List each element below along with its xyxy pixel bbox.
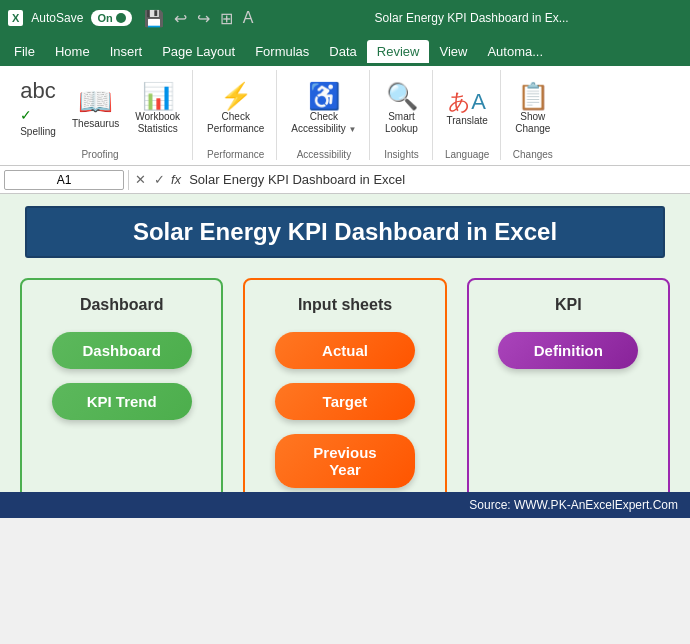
- font-color-icon[interactable]: A: [243, 9, 254, 28]
- ribbon-btn-translate[interactable]: あA Translate: [441, 87, 494, 131]
- card-dashboard-title: Dashboard: [80, 296, 164, 314]
- toggle-dot: [116, 13, 126, 23]
- spelling-icon: abc✓: [20, 80, 55, 124]
- footer-bar: Source: WWW.PK-AnExcelExpert.Com: [0, 492, 690, 518]
- save-icon[interactable]: 💾: [144, 9, 164, 28]
- pill-dashboard[interactable]: Dashboard: [52, 332, 192, 369]
- menu-page-layout[interactable]: Page Layout: [152, 40, 245, 63]
- name-box[interactable]: [4, 170, 124, 190]
- menu-automate[interactable]: Automa...: [477, 40, 553, 63]
- card-dashboard: Dashboard Dashboard KPI Trend: [20, 278, 223, 506]
- smart-lookup-label: SmartLookup: [385, 111, 418, 135]
- cancel-formula-icon[interactable]: ✕: [133, 170, 148, 189]
- cards-row: Dashboard Dashboard KPI Trend Input shee…: [12, 278, 678, 506]
- ribbon-group-insights: 🔍 SmartLookup Insights: [372, 70, 433, 160]
- check-accessibility-icon: ♿: [308, 83, 340, 109]
- formula-bar: ✕ ✓ fx Solar Energy KPI Dashboard in Exc…: [0, 166, 690, 194]
- card-input-sheets: Input sheets Actual Target Previous Year: [243, 278, 446, 506]
- performance-group-label: Performance: [201, 149, 270, 160]
- pill-previous-year[interactable]: Previous Year: [275, 434, 415, 488]
- table-icon[interactable]: ⊞: [220, 9, 233, 28]
- excel-logo: X: [8, 10, 23, 26]
- ribbon-btn-check-performance[interactable]: ⚡ CheckPerformance: [201, 79, 270, 139]
- confirm-formula-icon[interactable]: ✓: [152, 170, 167, 189]
- show-changes-label: ShowChange: [515, 111, 550, 135]
- ribbon-group-performance: ⚡ CheckPerformance Performance: [195, 70, 277, 160]
- smart-lookup-icon: 🔍: [386, 83, 418, 109]
- translate-icon: あA: [448, 91, 486, 113]
- ribbon-btn-check-accessibility[interactable]: ♿ CheckAccessibility ▼: [285, 79, 362, 139]
- check-accessibility-label: CheckAccessibility ▼: [291, 111, 356, 135]
- menu-insert[interactable]: Insert: [100, 40, 153, 63]
- thesaurus-icon: 📖: [78, 88, 113, 116]
- proofing-group-label: Proofing: [14, 149, 186, 160]
- menu-bar: File Home Insert Page Layout Formulas Da…: [0, 36, 690, 66]
- spelling-label: Spelling: [20, 126, 56, 138]
- card-kpi-title: KPI: [555, 296, 582, 314]
- formula-bar-divider: [128, 170, 129, 190]
- menu-file[interactable]: File: [4, 40, 45, 63]
- card-kpi: KPI Definition: [467, 278, 670, 506]
- footer-source: Source: WWW.PK-AnExcelExpert.Com: [0, 492, 690, 518]
- workbook-stats-icon: 📊: [142, 83, 174, 109]
- redo-icon[interactable]: ↪: [197, 9, 210, 28]
- ribbon-btn-workbook-stats[interactable]: 📊 WorkbookStatistics: [129, 79, 186, 139]
- menu-review[interactable]: Review: [367, 40, 430, 63]
- ribbon-group-language: あA Translate Language: [435, 70, 501, 160]
- fx-label: fx: [171, 172, 181, 187]
- changes-group-label: Changes: [509, 149, 557, 160]
- title-bar: X AutoSave On 💾 ↩ ↪ ⊞ A Solar Energy KPI…: [0, 0, 690, 36]
- thesaurus-label: Thesaurus: [72, 118, 119, 130]
- spreadsheet-area: Solar Energy KPI Dashboard in Excel Dash…: [0, 194, 690, 518]
- ribbon-btn-show-changes[interactable]: 📋 ShowChange: [509, 79, 557, 139]
- translate-label: Translate: [447, 115, 488, 127]
- autosave-toggle[interactable]: On: [91, 10, 131, 26]
- pill-definition[interactable]: Definition: [498, 332, 638, 369]
- show-changes-icon: 📋: [517, 83, 549, 109]
- ribbon-btn-spelling[interactable]: abc✓ Spelling: [14, 76, 62, 142]
- insights-group-label: Insights: [378, 149, 426, 160]
- language-group-label: Language: [441, 149, 494, 160]
- pill-target[interactable]: Target: [275, 383, 415, 420]
- menu-home[interactable]: Home: [45, 40, 100, 63]
- workbook-stats-label: WorkbookStatistics: [135, 111, 180, 135]
- ribbon-group-proofing: abc✓ Spelling 📖 Thesaurus 📊 WorkbookStat…: [8, 70, 193, 160]
- undo-icon[interactable]: ↩: [174, 9, 187, 28]
- pill-actual[interactable]: Actual: [275, 332, 415, 369]
- ribbon: abc✓ Spelling 📖 Thesaurus 📊 WorkbookStat…: [0, 66, 690, 166]
- window-title: Solar Energy KPI Dashboard in Ex...: [261, 11, 682, 25]
- spreadsheet-title: Solar Energy KPI Dashboard in Excel: [25, 206, 665, 258]
- ribbon-group-changes: 📋 ShowChange Changes: [503, 70, 563, 160]
- pill-kpi-trend[interactable]: KPI Trend: [52, 383, 192, 420]
- accessibility-group-label: Accessibility: [285, 149, 362, 160]
- menu-view[interactable]: View: [429, 40, 477, 63]
- menu-data[interactable]: Data: [319, 40, 366, 63]
- check-performance-label: CheckPerformance: [207, 111, 264, 135]
- formula-bar-controls: ✕ ✓: [133, 170, 167, 189]
- menu-formulas[interactable]: Formulas: [245, 40, 319, 63]
- toggle-label: On: [97, 12, 112, 24]
- ribbon-group-accessibility: ♿ CheckAccessibility ▼ Accessibility: [279, 70, 369, 160]
- ribbon-btn-thesaurus[interactable]: 📖 Thesaurus: [66, 84, 125, 134]
- ribbon-btn-smart-lookup[interactable]: 🔍 SmartLookup: [378, 79, 426, 139]
- autosave-label: AutoSave: [31, 11, 83, 25]
- card-input-sheets-title: Input sheets: [298, 296, 392, 314]
- quick-access-icons: 💾 ↩ ↪ ⊞ A: [144, 9, 254, 28]
- check-performance-icon: ⚡: [220, 83, 252, 109]
- formula-content: Solar Energy KPI Dashboard in Excel: [185, 170, 686, 189]
